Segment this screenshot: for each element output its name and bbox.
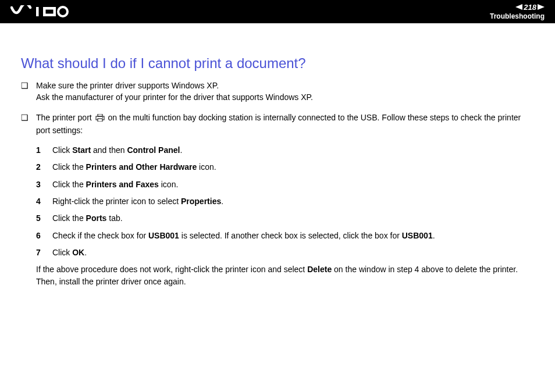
- step-number: 6: [36, 230, 52, 241]
- svg-point-5: [58, 7, 67, 16]
- section-label: Troubleshooting: [490, 12, 545, 20]
- step-item: 1 Click Start and then Control Panel.: [36, 144, 534, 156]
- step-text: Click Start and then Control Panel.: [52, 144, 534, 156]
- nav-prev-arrow-icon[interactable]: [515, 3, 522, 12]
- closing-text: If the above procedure does not work, ri…: [36, 263, 534, 287]
- step-text: Click OK.: [52, 247, 534, 258]
- svg-marker-7: [538, 4, 545, 10]
- bullet-text: Make sure the printer driver supports Wi…: [36, 80, 534, 104]
- document-header: 218 Troubleshooting: [0, 0, 555, 23]
- svg-point-11: [102, 117, 103, 118]
- text-line: Make sure the printer driver supports Wi…: [36, 81, 219, 90]
- nav-next-arrow-icon[interactable]: [538, 3, 545, 12]
- bullet-text: The printer port on the multi function b…: [36, 112, 534, 137]
- step-text: Click the Printers and Faxes icon.: [52, 179, 534, 190]
- text-line: Ask the manufacturer of your printer for…: [36, 92, 313, 102]
- numbered-steps: 1 Click Start and then Control Panel. 2 …: [36, 144, 534, 258]
- step-item: 5 Click the Ports tab.: [36, 212, 534, 224]
- step-number: 3: [36, 179, 52, 190]
- step-text: Check if the check box for USB001 is sel…: [52, 230, 534, 241]
- step-item: 3 Click the Printers and Faxes icon.: [36, 179, 534, 190]
- svg-rect-0: [36, 7, 39, 16]
- step-item: 7 Click OK.: [36, 247, 534, 258]
- step-number: 4: [36, 195, 52, 207]
- svg-rect-4: [54, 7, 56, 16]
- page-content: What should I do if I cannot print a doc…: [0, 23, 555, 299]
- step-number: 2: [36, 161, 52, 173]
- svg-marker-6: [515, 4, 522, 10]
- page-navigation: 218: [515, 3, 545, 12]
- page-number: 218: [524, 3, 536, 12]
- step-item: 4 Right-click the printer icon to select…: [36, 195, 534, 207]
- header-right: 218 Troubleshooting: [490, 3, 545, 20]
- step-number: 7: [36, 247, 52, 258]
- step-number: 1: [36, 144, 52, 156]
- printer-icon: [95, 113, 105, 124]
- bullet-item: ❑ Make sure the printer driver supports …: [21, 80, 534, 104]
- svg-rect-8: [98, 114, 102, 116]
- step-item: 2 Click the Printers and Other Hardware …: [36, 161, 534, 173]
- bullet-marker-icon: ❑: [21, 80, 36, 91]
- bullet-item: ❑ The printer port on the multi function…: [21, 112, 534, 137]
- text-span: on the multi function bay docking statio…: [36, 113, 521, 135]
- step-text: Click the Ports tab.: [52, 212, 534, 224]
- bullet-marker-icon: ❑: [21, 112, 36, 123]
- step-text: Click the Printers and Other Hardware ic…: [52, 161, 534, 173]
- step-item: 6 Check if the check box for USB001 is s…: [36, 230, 534, 241]
- svg-rect-3: [43, 7, 46, 16]
- step-text: Right-click the printer icon to select P…: [52, 195, 534, 207]
- page-heading: What should I do if I cannot print a doc…: [21, 55, 534, 72]
- text-span: The printer port: [36, 113, 94, 122]
- vaio-logo: [10, 5, 69, 18]
- svg-rect-10: [98, 119, 102, 122]
- step-number: 5: [36, 212, 52, 224]
